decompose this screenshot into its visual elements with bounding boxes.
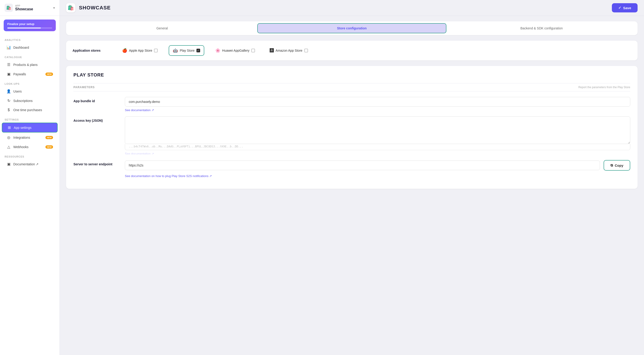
setup-progress	[7, 28, 52, 29]
amazon-icon: 🅰	[270, 48, 274, 53]
external-link-icon: ↗	[209, 174, 212, 178]
webhooks-icon: △	[6, 145, 11, 149]
endpoint-input-row: ⧉ Copy	[125, 160, 630, 171]
save-button[interactable]: ✓ Save	[612, 3, 638, 13]
resources-section-label: RESSOURCES	[0, 152, 60, 159]
server-endpoint-doc-link[interactable]: See documentation on how to plug Play St…	[125, 174, 630, 178]
store-option-play[interactable]: 🤖 Play Store ✓	[169, 45, 204, 56]
sidebar-item-label: Dashboard	[13, 46, 29, 49]
lookups-section-label: LOOK-UPS	[0, 79, 60, 87]
play-store-label: Play Store	[180, 49, 194, 52]
play-store-icon: 🤖	[173, 48, 178, 53]
store-option-huawei[interactable]: 🌸 Huawei AppGallery	[212, 46, 259, 55]
store-option-apple[interactable]: 🍎 Apple App Store	[118, 46, 161, 55]
products-icon: ☰	[6, 63, 11, 67]
app-bundle-id-field-wrap: See documentation ↗	[125, 97, 630, 112]
tabs-bar: General Store configuration Backend & SD…	[66, 21, 638, 35]
app-bundle-id-row: App bundle id See documentation ↗	[74, 97, 630, 112]
topbar: 🛍️ SHOWCASE ✓ Save	[60, 0, 644, 16]
tab-general[interactable]: General	[68, 24, 256, 33]
chevron-down-icon: ▾	[53, 6, 55, 10]
dashboard-icon: 📊	[6, 45, 11, 50]
play-store-checkbox[interactable]: ✓	[196, 49, 200, 52]
sidebar-item-documentation[interactable]: ▣ Documentation ↗	[2, 160, 58, 169]
access-key-field-wrap: ...b4cT4TWv6..ub..Mu...DAdG..PLaV0FTi...…	[125, 116, 630, 155]
finalize-setup-button[interactable]: Finalize your setup	[4, 20, 56, 31]
setup-progress-bar	[7, 28, 41, 29]
sidebar-item-label: Documentation ↗	[13, 162, 38, 166]
play-store-config-card: PLAY STORE PARAMETERS Report the paramet…	[66, 66, 638, 189]
server-endpoint-field-wrap: ⧉ Copy See documentation on how to plug …	[125, 160, 630, 178]
access-key-doc-link[interactable]: See documentation ↗	[125, 152, 630, 155]
huawei-icon: 🌸	[215, 48, 220, 53]
sidebar-item-paywalls[interactable]: ▣ Paywalls NEW	[2, 70, 58, 79]
catalogue-section-label: CATALOGUE	[0, 52, 60, 60]
subscriptions-icon: ↻	[6, 99, 11, 103]
tab-backend-sdk[interactable]: Backend & SDK configuration	[447, 24, 636, 33]
integrations-icon: ◎	[6, 135, 11, 140]
server-endpoint-input[interactable]	[125, 161, 600, 170]
huawei-store-label: Huawei AppGallery	[222, 49, 250, 52]
application-stores-card: Application stores 🍎 Apple App Store 🤖 P…	[66, 41, 638, 60]
sidebar-item-label: Products & plans	[13, 63, 38, 67]
app-bundle-id-doc-link[interactable]: See documentation ↗	[125, 108, 630, 112]
huawei-store-checkbox[interactable]	[251, 49, 255, 52]
app-logo: 🛍️	[4, 4, 13, 12]
sidebar-item-one-time-purchases[interactable]: $ One time purchases	[2, 106, 58, 114]
app-settings-icon: ⊞	[7, 125, 12, 130]
sidebar-item-label: One time purchases	[13, 108, 42, 112]
sidebar-item-label: Paywalls	[13, 72, 26, 76]
apple-store-label: Apple App Store	[129, 49, 152, 52]
copy-button[interactable]: ⧉ Copy	[604, 160, 630, 171]
apple-store-checkbox[interactable]	[154, 49, 158, 52]
settings-section-label: SETTINGS	[0, 115, 60, 122]
sidebar-item-label: App settings	[14, 126, 32, 130]
access-key-row: Access key (JSON) ...b4cT4TWv6..ub..Mu..…	[74, 116, 630, 155]
sidebar-item-users[interactable]: 👤 Users	[2, 87, 58, 96]
external-link-icon: ↗	[152, 108, 154, 112]
sidebar-item-dashboard[interactable]: 📊 Dashboard	[2, 43, 58, 52]
new-badge: NEW	[46, 73, 53, 76]
app-selector[interactable]: 🛍️ APP Showcase ▾	[0, 0, 60, 16]
sidebar-item-label: Subscriptions	[13, 99, 32, 103]
documentation-icon: ▣	[6, 162, 11, 166]
parameters-label: PARAMETERS	[74, 86, 95, 89]
sidebar-item-webhooks[interactable]: △ Webhooks NEW	[2, 142, 58, 151]
tab-store-configuration[interactable]: Store configuration	[257, 23, 446, 33]
new-badge: NEW	[46, 136, 53, 139]
main-content: 🛍️ SHOWCASE ✓ Save General Store configu…	[60, 0, 644, 355]
app-label: APP	[15, 4, 51, 7]
stores-row: Application stores 🍎 Apple App Store 🤖 P…	[72, 45, 631, 56]
amazon-store-checkbox[interactable]	[304, 49, 308, 52]
play-store-section-title: PLAY STORE	[74, 72, 630, 78]
page-title: SHOWCASE	[79, 5, 608, 11]
sidebar-item-app-settings[interactable]: ⊞ App settings	[2, 123, 58, 133]
access-key-input[interactable]	[125, 116, 630, 144]
server-endpoint-label: Server to server endpoint	[74, 160, 119, 166]
sidebar: 🛍️ APP Showcase ▾ Finalize your setup AN…	[0, 0, 60, 355]
apple-icon: 🍎	[122, 48, 127, 53]
sidebar-item-products-plans[interactable]: ☰ Products & plans	[2, 60, 58, 69]
amazon-store-label: Amazon App Store	[276, 49, 302, 52]
app-bundle-id-label: App bundle id	[74, 97, 119, 103]
analytics-section-label: ANALYTICS	[0, 35, 60, 43]
access-key-masked: ...b4cT4TWv6..ub..Mu...DAdG..PLaV0FTi...…	[125, 144, 630, 150]
store-option-amazon[interactable]: 🅰 Amazon App Store	[266, 46, 312, 55]
paywalls-icon: ▣	[6, 72, 11, 76]
parameters-header: PARAMETERS Report the parameters from th…	[74, 83, 630, 91]
checkmark-icon: ✓	[618, 6, 621, 10]
access-key-label: Access key (JSON)	[74, 116, 119, 122]
sidebar-item-label: Integrations	[13, 136, 30, 139]
copy-icon: ⧉	[610, 163, 613, 167]
parameters-hint: Report the parameters from the Play Stor…	[578, 86, 630, 89]
server-endpoint-row: Server to server endpoint ⧉ Copy See doc…	[74, 160, 630, 178]
sidebar-item-label: Users	[13, 90, 22, 93]
showcase-logo: 🛍️	[66, 3, 75, 13]
purchases-icon: $	[6, 108, 11, 112]
sidebar-item-subscriptions[interactable]: ↻ Subscriptions	[2, 96, 58, 105]
app-bundle-id-input[interactable]	[125, 97, 630, 107]
application-stores-label: Application stores	[72, 49, 109, 52]
sidebar-item-integrations[interactable]: ◎ Integrations NEW	[2, 133, 58, 142]
content-area: General Store configuration Backend & SD…	[60, 16, 644, 355]
users-icon: 👤	[6, 89, 11, 94]
